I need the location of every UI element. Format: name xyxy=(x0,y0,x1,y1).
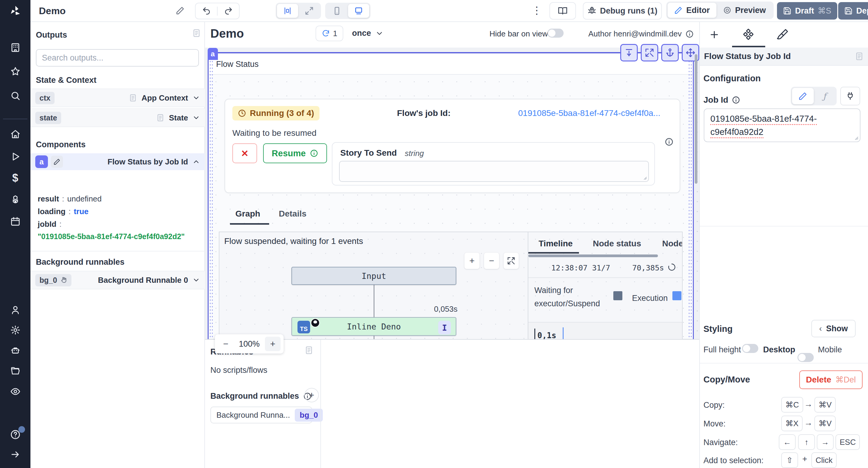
full-width-layout-button[interactable] xyxy=(299,4,320,18)
preview-icon xyxy=(723,6,732,14)
tab-node[interactable]: Node xyxy=(662,239,683,248)
anchor-component-button[interactable] xyxy=(661,44,679,61)
fn-input-button[interactable]: ƒ xyxy=(814,88,835,104)
outputs-panel: Outputs State & Context ctx App Context … xyxy=(30,22,205,468)
undo-button[interactable] xyxy=(195,7,218,16)
refresh-mode-dropdown[interactable]: once xyxy=(352,29,384,38)
runs-icon[interactable] xyxy=(0,150,30,163)
show-styling-button[interactable]: ‹ Show xyxy=(811,320,856,337)
flow-node-inline-deno[interactable]: TS Inline Deno I xyxy=(291,317,456,336)
row-duration: 0,1s xyxy=(537,331,556,340)
desktop-view-button[interactable] xyxy=(348,4,369,18)
editor-tab[interactable]: Editor xyxy=(668,3,716,18)
info-icon[interactable] xyxy=(732,96,740,104)
job-id-label: Job Id xyxy=(704,95,740,105)
settings-icon[interactable] xyxy=(0,324,30,337)
runnables-log-icon[interactable] xyxy=(304,346,313,355)
collapse-rail-icon[interactable] xyxy=(0,448,30,461)
arrow-right-icon: → xyxy=(804,418,812,428)
variables-icon[interactable]: $ xyxy=(0,171,30,185)
legend-wait-2b: executor/Suspend xyxy=(534,299,600,308)
info-icon[interactable] xyxy=(685,30,694,38)
insert-component-tab[interactable] xyxy=(709,29,720,40)
redo-button[interactable] xyxy=(218,7,239,16)
preview-tab[interactable]: Preview xyxy=(716,3,772,18)
schedules-icon[interactable] xyxy=(0,215,30,228)
resume-button[interactable]: Resume xyxy=(263,143,327,163)
story-textarea[interactable] xyxy=(339,161,649,182)
dock-divider xyxy=(320,340,321,468)
rename-app-icon[interactable] xyxy=(176,6,185,15)
folders-icon[interactable] xyxy=(0,364,30,378)
chevron-down-icon[interactable] xyxy=(192,276,200,284)
audit-eye-icon[interactable] xyxy=(0,385,30,398)
ctx-row[interactable]: ctx App Context xyxy=(30,89,205,107)
background-runnable-item[interactable]: Background Runna... bg_0 xyxy=(210,407,312,424)
info-icon[interactable] xyxy=(664,137,674,146)
users-icon[interactable] xyxy=(0,303,30,316)
component-settings-tab[interactable] xyxy=(743,29,754,40)
favorites-icon[interactable] xyxy=(0,65,30,78)
home-icon[interactable] xyxy=(0,128,30,141)
hide-bar-toggle[interactable] xyxy=(547,29,564,38)
connect-input-button[interactable] xyxy=(840,87,860,105)
left-resize-handle[interactable] xyxy=(209,53,213,339)
more-menu-icon[interactable]: ⋮ xyxy=(532,4,542,16)
tab-node-status[interactable]: Node status xyxy=(593,239,641,248)
windmill-logo[interactable] xyxy=(0,0,30,22)
static-input-button[interactable] xyxy=(792,88,814,104)
graph-zoom-in-button[interactable]: + xyxy=(464,253,479,269)
graph-fullscreen-button[interactable] xyxy=(504,253,519,269)
job-id-input[interactable]: 0191085e-5baa-81ef-4774- c9ef4f0a92d2 xyxy=(704,108,861,142)
styling-tab[interactable] xyxy=(777,29,788,40)
component-id-badge: a xyxy=(35,156,48,168)
selected-component-tag[interactable]: a xyxy=(208,48,218,60)
flow-node-input[interactable]: Input xyxy=(291,267,456,285)
zoom-in-button[interactable]: + xyxy=(265,337,281,351)
chevron-up-icon[interactable] xyxy=(192,158,200,166)
desktop-toggle[interactable] xyxy=(798,353,814,362)
workspace-icon[interactable] xyxy=(0,41,30,54)
search-icon[interactable] xyxy=(0,89,30,102)
zoom-out-button[interactable]: − xyxy=(218,337,234,351)
search-outputs-input[interactable] xyxy=(36,49,199,67)
timeline-hscrollbar[interactable] xyxy=(528,255,658,257)
chevron-down-icon[interactable] xyxy=(192,94,200,102)
timeline-legend-row: Waiting for executor/Suspend Execution xyxy=(528,277,683,322)
centered-layout-button[interactable] xyxy=(277,4,298,18)
bg-runnable-row[interactable]: bg_0 Background Runnable 0 xyxy=(30,271,205,290)
workers-icon[interactable] xyxy=(0,344,30,357)
mobile-view-button[interactable] xyxy=(327,4,347,18)
tab-timeline[interactable]: Timeline xyxy=(538,239,572,248)
add-background-runnable-button[interactable]: + xyxy=(304,388,319,402)
chevron-down-icon xyxy=(375,29,384,38)
tab-details[interactable]: Details xyxy=(279,209,307,219)
delete-component-button[interactable]: Delete ⌘Del xyxy=(799,370,863,389)
edit-id-icon[interactable] xyxy=(51,156,63,168)
timeline-start-time: 12:38:07 31/7 xyxy=(551,264,610,272)
fullscreen-component-button[interactable] xyxy=(641,44,658,61)
component-row-flow-status[interactable]: a Flow Status by Job Id xyxy=(30,153,205,170)
outputs-log-icon[interactable] xyxy=(192,29,201,38)
expand-down-button[interactable] xyxy=(620,44,638,61)
flow-status-component[interactable]: Flow Status Running (3 of 4) Flow's job … xyxy=(209,53,693,339)
graph-zoom-out-button[interactable]: − xyxy=(484,253,499,269)
flow-job-id-link[interactable]: 0191085e-5baa-81ef-4774-c9ef4f0a... xyxy=(518,108,660,118)
kbd-click: Click xyxy=(811,452,837,468)
debug-runs-button[interactable]: Debug runs (1) xyxy=(583,2,662,20)
deploy-button[interactable]: Deploy xyxy=(838,2,868,20)
chevron-down-icon[interactable] xyxy=(192,114,200,122)
draft-button[interactable]: Draft⌘S xyxy=(777,2,837,20)
docs-button[interactable] xyxy=(550,2,576,20)
help-icon[interactable] xyxy=(0,428,30,441)
cancel-suspend-button[interactable]: ✕ xyxy=(232,143,257,163)
full-height-toggle[interactable] xyxy=(742,344,758,353)
state-row[interactable]: state State xyxy=(30,108,205,127)
refresh-count-button[interactable]: 1 xyxy=(315,26,343,41)
canvas-vertical-scrollbar[interactable] xyxy=(695,54,698,184)
component-log-icon[interactable] xyxy=(855,52,864,61)
right-resize-handle[interactable] xyxy=(688,53,692,339)
flow-status-body: Running (3 of 4) Flow's job Id: 0191085e… xyxy=(209,74,693,339)
tab-graph[interactable]: Graph xyxy=(236,209,260,219)
resources-icon[interactable] xyxy=(0,193,30,206)
